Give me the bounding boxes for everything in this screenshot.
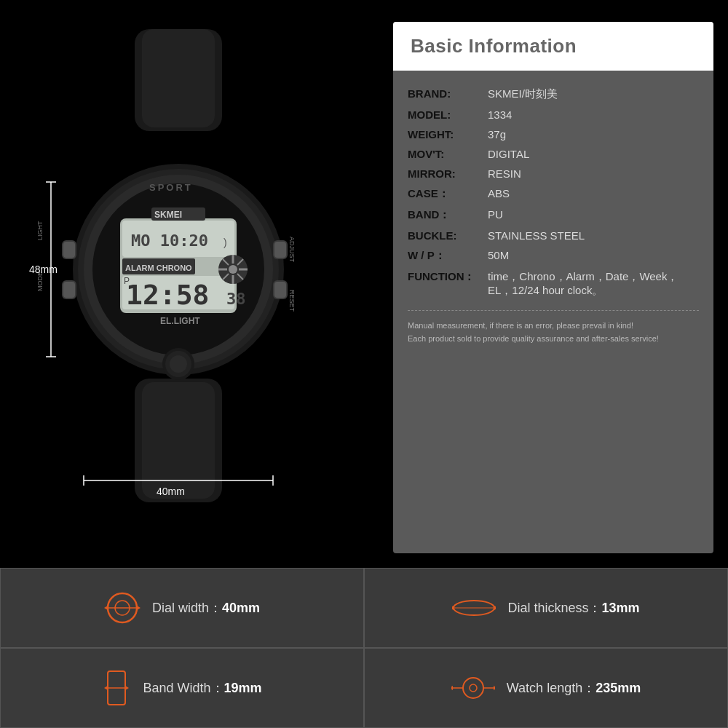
svg-marker-58 <box>104 606 108 610</box>
info-row: BRAND:SKMEI/时刻美 <box>408 84 699 105</box>
svg-text:40mm: 40mm <box>157 486 185 497</box>
info-label: FUNCTION： <box>408 270 488 284</box>
svg-text:12:58: 12:58 <box>126 279 209 311</box>
info-label: MOV'T: <box>408 148 488 160</box>
svg-marker-62 <box>452 606 454 610</box>
svg-rect-28 <box>63 282 75 298</box>
svg-text:ADJUST: ADJUST <box>288 237 296 263</box>
dial-width-card: Dial width：40mm <box>0 568 364 648</box>
svg-text:LIGHT: LIGHT <box>36 221 44 240</box>
info-label: BRAND: <box>408 87 488 100</box>
main-container: MO 10:20 ) ALARM CHRONO 12:58 38 P SKMEI… <box>0 0 728 728</box>
svg-text:): ) <box>223 237 227 248</box>
dial-thickness-text: Dial thickness：13mm <box>507 599 639 617</box>
svg-text:SKMEI: SKMEI <box>154 210 182 220</box>
band-width-text: Band Width：19mm <box>143 679 261 697</box>
watch-area: MO 10:20 ) ALARM CHRONO 12:58 38 P SKMEI… <box>0 0 393 568</box>
svg-point-36 <box>170 355 187 373</box>
info-value: PU <box>488 208 699 221</box>
bottom-row-1: Dial width：40mm Dial thickness：13mm <box>0 568 728 648</box>
dial-width-text: Dial width：40mm <box>152 599 260 617</box>
svg-marker-73 <box>494 686 495 690</box>
info-row: W / P：50M <box>408 245 699 266</box>
svg-text:SPORT: SPORT <box>149 182 193 193</box>
dial-width-icon <box>104 590 141 626</box>
svg-text:MO 10:20: MO 10:20 <box>131 232 208 250</box>
dial-thickness-value: 13mm <box>602 601 640 615</box>
info-title: Basic Information <box>411 35 696 58</box>
svg-point-38 <box>229 265 237 274</box>
svg-text:P: P <box>124 276 130 286</box>
watch-length-value: 235mm <box>596 681 641 695</box>
svg-rect-22 <box>274 242 286 258</box>
info-value: DIGITAL <box>488 148 699 160</box>
info-panel: Basic Information BRAND:SKMEI/时刻美MODEL:1… <box>393 22 713 553</box>
watch-length-icon <box>451 673 495 703</box>
band-width-card: Band Width：19mm <box>0 648 364 728</box>
svg-marker-63 <box>494 606 496 610</box>
info-label: CASE： <box>408 187 488 201</box>
band-width-icon <box>102 670 131 706</box>
dial-thickness-icon <box>452 593 496 622</box>
info-row: FUNCTION：time，Chrono，Alarm，Date，Week，EL，… <box>408 266 699 301</box>
info-value: STAINLESS STEEL <box>488 229 699 242</box>
dial-thickness-card: Dial thickness：13mm <box>364 568 728 648</box>
svg-text:48mm: 48mm <box>29 264 58 275</box>
info-value: ABS <box>488 187 699 199</box>
svg-marker-67 <box>125 686 129 690</box>
svg-marker-66 <box>104 686 108 690</box>
info-table: BRAND:SKMEI/时刻美MODEL:1334WEIGHT:37gMOV'T… <box>393 84 713 301</box>
svg-point-68 <box>463 678 483 698</box>
svg-rect-26 <box>63 242 75 258</box>
info-value: SKMEI/时刻美 <box>488 87 699 101</box>
svg-text:ALARM CHRONO: ALARM CHRONO <box>125 264 192 272</box>
info-divider <box>408 310 699 311</box>
svg-text:RESET: RESET <box>288 290 296 312</box>
svg-rect-3 <box>142 382 215 499</box>
info-row: CASE：ABS <box>408 183 699 205</box>
info-row: MIRROR:RESIN <box>408 164 699 183</box>
info-value: time，Chrono，Alarm，Date，Week，EL，12/24 hou… <box>488 270 699 298</box>
info-row: MOV'T:DIGITAL <box>408 144 699 164</box>
svg-marker-59 <box>137 606 141 610</box>
bottom-section: Dial width：40mm Dial thickness：13mm <box>0 568 728 728</box>
dial-width-value: 40mm <box>222 601 260 615</box>
band-width-value: 19mm <box>224 681 262 695</box>
info-row: MODEL:1334 <box>408 105 699 124</box>
info-label: MODEL: <box>408 108 488 121</box>
info-row: BUCKLE:STAINLESS STEEL <box>408 226 699 245</box>
info-row: WEIGHT:37g <box>408 124 699 144</box>
info-disclaimer: Manual measurement, if there is an error… <box>393 320 713 345</box>
info-label: MIRROR: <box>408 167 488 180</box>
info-title-bar: Basic Information <box>393 22 713 71</box>
info-row: BAND：PU <box>408 205 699 226</box>
info-label: WEIGHT: <box>408 128 488 141</box>
info-value: RESIN <box>488 167 699 180</box>
info-label: W / P： <box>408 249 488 263</box>
svg-marker-72 <box>451 686 453 690</box>
svg-rect-24 <box>274 282 286 298</box>
info-value: 1334 <box>488 108 699 121</box>
info-value: 50M <box>488 249 699 261</box>
svg-text:EL.LIGHT: EL.LIGHT <box>160 316 200 326</box>
bottom-row-2: Band Width：19mm Watch length：235mm <box>0 648 728 728</box>
info-label: BAND： <box>408 208 488 222</box>
svg-rect-1 <box>142 29 215 127</box>
watch-length-card: Watch length：235mm <box>364 648 728 728</box>
top-section: MO 10:20 ) ALARM CHRONO 12:58 38 P SKMEI… <box>0 0 728 568</box>
svg-text:38: 38 <box>226 290 246 308</box>
info-label: BUCKLE: <box>408 229 488 242</box>
watch-svg: MO 10:20 ) ALARM CHRONO 12:58 38 P SKMEI… <box>22 22 335 531</box>
svg-point-69 <box>470 684 477 692</box>
watch-length-text: Watch length：235mm <box>507 679 641 697</box>
info-value: 37g <box>488 128 699 141</box>
